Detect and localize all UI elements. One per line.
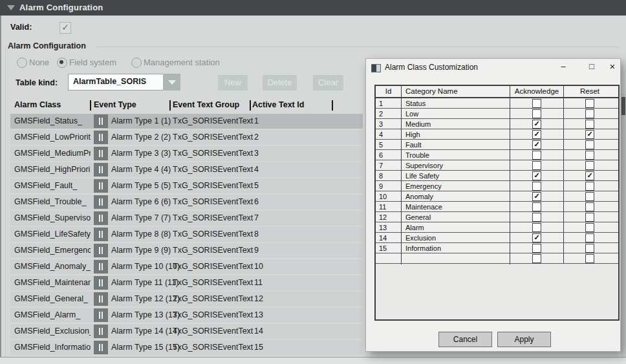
reset-checkbox[interactable] xyxy=(585,233,594,242)
category-name-cell[interactable]: Low xyxy=(402,109,510,120)
category-name-cell[interactable]: Alarm xyxy=(402,222,510,233)
table-row[interactable]: GMSField_Information_Alarm Type 15 (15)T… xyxy=(10,340,363,355)
reset-checkbox[interactable] xyxy=(585,223,594,232)
reset-checkbox[interactable] xyxy=(585,140,594,149)
acknowledge-checkbox[interactable] xyxy=(532,161,541,170)
delete-button[interactable]: Delete xyxy=(263,75,297,91)
pause-icon[interactable] xyxy=(94,325,108,338)
category-name-cell[interactable]: Status xyxy=(402,98,510,109)
pause-icon[interactable] xyxy=(94,131,108,144)
category-name-cell[interactable]: Fault xyxy=(402,140,510,151)
table-row[interactable]: GMSField_MediumPrioAlarm Type 3 (3)TxG_S… xyxy=(10,146,363,161)
acknowledge-checkbox[interactable] xyxy=(532,151,541,160)
acknowledge-checkbox[interactable] xyxy=(532,192,541,201)
category-name-cell[interactable]: Anomaly xyxy=(402,191,510,202)
reset-checkbox[interactable] xyxy=(585,130,594,139)
reset-checkbox[interactable] xyxy=(585,244,594,253)
pause-icon[interactable] xyxy=(94,292,108,306)
acknowledge-checkbox[interactable] xyxy=(532,202,541,211)
acknowledge-checkbox[interactable] xyxy=(532,140,541,149)
maximize-button[interactable]: □ xyxy=(585,60,599,73)
acknowledge-checkbox[interactable] xyxy=(532,99,541,108)
acknowledge-checkbox[interactable] xyxy=(532,223,541,232)
table-row[interactable]: GMSField_Status_Alarm Type 1 (1)TxG_SORI… xyxy=(10,114,363,129)
table-row[interactable]: GMSField_Exclusion_Alarm Type 14 (14)TxG… xyxy=(10,324,363,339)
table-row[interactable]: GMSField_Emergency_Alarm Type 9 (9)TxG_S… xyxy=(10,243,363,258)
reset-cell xyxy=(564,98,616,108)
scrollbar-thumb[interactable] xyxy=(621,97,625,115)
apply-button[interactable]: Apply xyxy=(497,332,551,347)
radio-management-station[interactable] xyxy=(131,58,142,68)
category-grid: Id Category Name Acknowledge Reset 1Stat… xyxy=(374,85,620,321)
table-row[interactable]: GMSField_Alarm_Alarm Type 13 (13)TxG_SOR… xyxy=(10,308,363,323)
valid-checkbox[interactable]: ✓ xyxy=(59,22,71,34)
pause-icon[interactable] xyxy=(94,341,108,354)
acknowledge-checkbox[interactable] xyxy=(532,244,541,253)
acknowledge-checkbox[interactable] xyxy=(532,130,541,139)
reset-checkbox[interactable] xyxy=(585,254,594,263)
minimize-button[interactable]: – xyxy=(556,60,570,73)
acknowledge-checkbox[interactable] xyxy=(532,254,541,263)
acknowledge-checkbox[interactable] xyxy=(532,233,541,242)
pause-icon[interactable] xyxy=(94,114,108,128)
table-row[interactable]: GMSField_Anomaly_Alarm Type 10 (10)TxG_S… xyxy=(10,259,363,274)
pause-icon[interactable] xyxy=(94,244,108,257)
vertical-scrollbar[interactable] xyxy=(621,94,626,359)
category-name-cell[interactable]: Exclusion xyxy=(402,233,510,244)
pause-icon[interactable] xyxy=(94,211,108,225)
pause-icon[interactable] xyxy=(94,260,108,273)
acknowledge-checkbox[interactable] xyxy=(532,213,541,222)
category-name-cell[interactable]: Medium xyxy=(402,119,510,130)
category-name-cell[interactable]: General xyxy=(402,212,510,223)
radio-none[interactable] xyxy=(17,58,27,68)
close-button[interactable]: × xyxy=(605,60,620,73)
pause-icon[interactable] xyxy=(94,308,108,322)
acknowledge-checkbox[interactable] xyxy=(532,109,541,118)
category-name-cell[interactable]: Trouble xyxy=(402,150,510,161)
reset-checkbox[interactable] xyxy=(585,161,594,170)
table-row[interactable]: GMSField_LifeSafety_Alarm Type 8 (8)TxG_… xyxy=(10,227,363,242)
table-kind-dropdown[interactable]: AlarmTable_SORIS xyxy=(68,74,164,91)
reset-checkbox[interactable] xyxy=(585,99,594,108)
cancel-button[interactable]: Cancel xyxy=(438,332,492,347)
category-name-cell[interactable]: Maintenace xyxy=(402,202,510,213)
table-kind-dropdown-button[interactable] xyxy=(163,74,180,91)
reset-checkbox[interactable] xyxy=(585,151,594,160)
table-row[interactable]: GMSField_HighPriority.Alarm Type 4 (4)Tx… xyxy=(10,162,363,177)
table-row[interactable]: GMSField_LowPriorityAAlarm Type 2 (2)TxG… xyxy=(10,130,363,145)
pause-icon[interactable] xyxy=(94,147,108,160)
category-row: 8Life Safety xyxy=(376,171,618,181)
reset-checkbox[interactable] xyxy=(585,182,594,191)
category-name-cell[interactable]: Information xyxy=(402,243,510,254)
reset-checkbox[interactable] xyxy=(585,213,594,222)
radio-field-system[interactable] xyxy=(57,58,67,68)
collapse-triangle-icon[interactable] xyxy=(7,5,15,10)
table-row[interactable]: GMSField_MaintenancAlarm Type 11 (11)TxG… xyxy=(10,275,363,290)
acknowledge-checkbox[interactable] xyxy=(532,120,541,129)
clear-button[interactable]: Clear xyxy=(313,75,343,91)
reset-checkbox[interactable] xyxy=(585,120,594,129)
reset-checkbox[interactable] xyxy=(585,192,594,201)
table-row[interactable]: GMSField_General_Alarm Type 12 (12)TxG_S… xyxy=(10,292,363,306)
pause-icon[interactable] xyxy=(94,228,108,241)
reset-checkbox[interactable] xyxy=(585,202,594,211)
pause-icon[interactable] xyxy=(94,163,108,177)
table-row[interactable]: GMSField_Fault_Alarm Type 5 (5)TxG_SORIS… xyxy=(10,178,363,193)
pause-icon[interactable] xyxy=(94,179,108,193)
category-name-cell[interactable]: Life Safety xyxy=(402,171,510,182)
acknowledge-checkbox[interactable] xyxy=(532,171,541,180)
pause-icon[interactable] xyxy=(94,276,108,290)
reset-checkbox[interactable] xyxy=(585,171,594,180)
acknowledge-cell xyxy=(510,129,564,139)
reset-checkbox[interactable] xyxy=(585,109,594,118)
category-name-cell[interactable]: Supervisory xyxy=(402,160,510,171)
table-row[interactable]: GMSField_Trouble_Alarm Type 6 (6)TxG_SOR… xyxy=(10,195,363,209)
category-name-cell[interactable] xyxy=(402,253,510,264)
col-event-type: Event Type xyxy=(94,100,136,109)
acknowledge-checkbox[interactable] xyxy=(532,182,541,191)
table-row[interactable]: GMSField_Supervisory_Alarm Type 7 (7)TxG… xyxy=(10,211,363,226)
pause-icon[interactable] xyxy=(94,195,108,209)
category-name-cell[interactable]: High xyxy=(402,129,510,140)
category-name-cell[interactable]: Emergency xyxy=(402,181,510,192)
new-button[interactable]: New xyxy=(218,75,248,91)
